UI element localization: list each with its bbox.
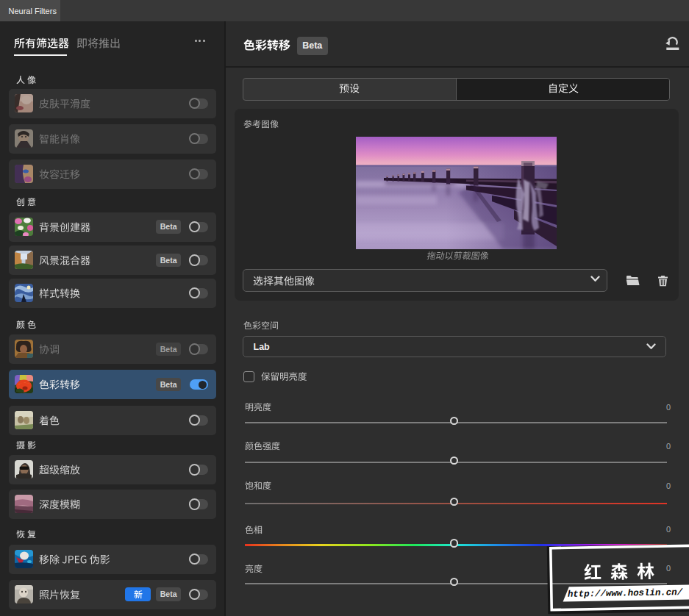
svg-text:http://www.hoslin.cn/: http://www.hoslin.cn/	[568, 587, 683, 600]
